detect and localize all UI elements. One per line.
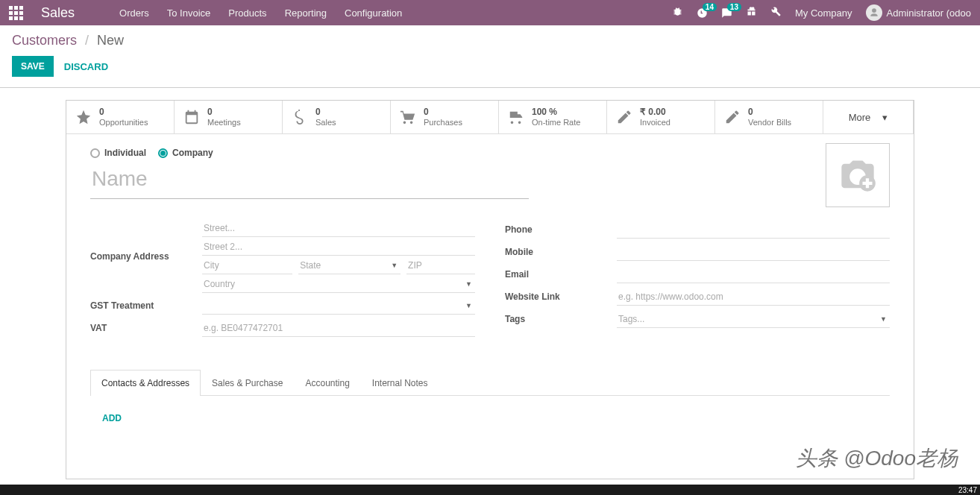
label-company-address: Company Address (90, 251, 202, 262)
control-panel: Customers / New SAVE DISCARD (0, 25, 980, 88)
menu-reporting[interactable]: Reporting (285, 7, 327, 19)
city-input[interactable] (202, 257, 292, 274)
dollar-icon (292, 109, 308, 125)
calendar-icon (183, 109, 200, 125)
stat-meetings[interactable]: 0Meetings (175, 101, 283, 133)
menu-orders[interactable]: Orders (119, 7, 149, 19)
image-upload[interactable] (826, 143, 890, 207)
tab-contacts[interactable]: Contacts & Addresses (90, 370, 201, 396)
pencil-square-icon (724, 109, 741, 125)
tags-input[interactable] (617, 311, 890, 328)
menu-to-invoice[interactable]: To Invoice (167, 7, 211, 19)
main-menu: Orders To Invoice Products Reporting Con… (119, 7, 402, 19)
gift-icon[interactable] (746, 6, 757, 19)
truck-icon (508, 109, 524, 125)
mobile-input[interactable] (617, 244, 890, 261)
tab-internal-notes[interactable]: Internal Notes (361, 370, 439, 396)
tab-accounting[interactable]: Accounting (294, 370, 360, 396)
stat-more[interactable]: More▾ (823, 101, 914, 133)
label-email: Email (505, 269, 617, 280)
stat-ontime[interactable]: 100 %On-time Rate (499, 101, 607, 133)
chevron-down-icon: ▾ (882, 112, 888, 123)
country-input[interactable] (202, 276, 475, 293)
tools-icon[interactable] (770, 6, 782, 19)
zip-input[interactable] (406, 257, 475, 274)
radio-individual[interactable]: Individual (90, 148, 146, 158)
street2-input[interactable] (202, 239, 475, 256)
activities-badge: 14 (703, 3, 717, 11)
bug-icon[interactable] (672, 6, 683, 19)
label-vat: VAT (90, 323, 202, 333)
apps-launcher-icon[interactable] (9, 6, 23, 20)
radio-icon (158, 148, 168, 158)
website-input[interactable] (617, 289, 890, 306)
star-icon (75, 109, 92, 125)
breadcrumb-current: New (97, 33, 124, 48)
company-switcher[interactable]: My Company (795, 7, 852, 19)
breadcrumb-parent[interactable]: Customers (12, 33, 77, 48)
avatar-icon (866, 4, 882, 21)
stat-purchases[interactable]: 0Purchases (391, 101, 499, 133)
menu-configuration[interactable]: Configuration (345, 7, 402, 19)
stat-vendor-bills[interactable]: 0Vendor Bills (715, 101, 823, 133)
app-brand[interactable]: Sales (41, 5, 75, 21)
messages-badge: 13 (727, 3, 741, 11)
gst-input[interactable] (202, 297, 475, 315)
street-input[interactable] (202, 220, 475, 237)
state-input[interactable] (298, 257, 401, 274)
tab-sales-purchase[interactable]: Sales & Purchase (201, 370, 294, 396)
systray: 14 13 My Company Administrator (odoo (672, 4, 971, 21)
add-button[interactable]: ADD (102, 413, 122, 423)
notebook-tabs: Contacts & Addresses Sales & Purchase Ac… (90, 369, 890, 396)
name-input[interactable] (90, 164, 529, 199)
cart-icon (400, 109, 416, 125)
camera-plus-icon (838, 156, 877, 195)
top-nav: Sales Orders To Invoice Products Reporti… (0, 0, 980, 25)
phone-input[interactable] (617, 221, 890, 239)
right-column: Phone Mobile Email Website Link Tags ▼ (505, 220, 890, 341)
label-gst: GST Treatment (90, 300, 202, 311)
stat-opportunities[interactable]: 0Opportunities (66, 101, 175, 133)
messages-icon[interactable]: 13 (721, 7, 732, 19)
radio-icon (90, 148, 100, 158)
breadcrumb: Customers / New (12, 33, 968, 48)
radio-company[interactable]: Company (158, 148, 213, 158)
pencil-square-icon (616, 109, 632, 125)
activities-icon[interactable]: 14 (697, 7, 708, 19)
user-menu[interactable]: Administrator (odoo (866, 4, 971, 21)
email-input[interactable] (617, 266, 890, 283)
label-website: Website Link (505, 291, 617, 302)
tab-content: ADD (90, 396, 890, 461)
stat-sales[interactable]: 0Sales (283, 101, 391, 133)
save-button[interactable]: SAVE (12, 56, 54, 77)
label-tags: Tags (505, 314, 617, 324)
vat-input[interactable] (202, 320, 475, 337)
label-phone: Phone (505, 224, 617, 235)
label-mobile: Mobile (505, 247, 617, 257)
company-type-radio: Individual Company (90, 148, 890, 158)
user-name: Administrator (odoo (887, 7, 971, 19)
stat-bar: 0Opportunities 0Meetings 0Sales 0Purchas… (66, 101, 914, 134)
left-column: Company Address ▼ ▼ (90, 220, 475, 341)
discard-button[interactable]: DISCARD (64, 61, 108, 72)
form-sheet: 0Opportunities 0Meetings 0Sales 0Purchas… (66, 100, 914, 479)
menu-products[interactable]: Products (228, 7, 266, 19)
stat-invoiced[interactable]: ₹ 0.00Invoiced (607, 101, 715, 133)
